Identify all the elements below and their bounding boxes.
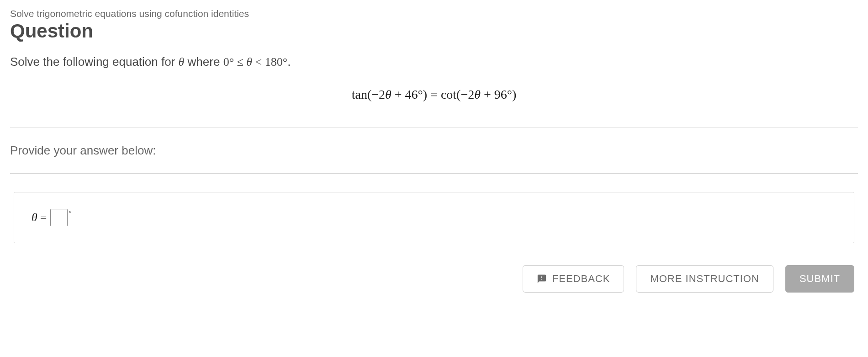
question-prompt: Solve the following equation for θ where… — [10, 55, 858, 69]
divider — [10, 173, 858, 174]
answer-var: θ — [32, 211, 37, 224]
question-heading: Question — [10, 20, 858, 42]
equation: tan(−2θ + 46°) = cot(−2θ + 96°) — [10, 87, 858, 102]
prompt-var2: θ — [246, 55, 252, 69]
eq-lhs-rest: + 46°) — [392, 87, 427, 101]
eq-lhs-var: θ — [385, 87, 392, 101]
answer-equals: = — [40, 211, 47, 224]
eq-lhs-open: (−2 — [367, 87, 385, 101]
prompt-range-b: 180° — [265, 55, 287, 69]
eq-equals: = — [427, 87, 441, 101]
answer-box: θ = ° — [14, 192, 854, 243]
eq-lhs-fn: tan — [352, 87, 367, 101]
answer-unit: ° — [69, 210, 71, 217]
eq-rhs-rest: + 96°) — [481, 87, 516, 101]
eq-rhs-fn: cot — [441, 87, 456, 101]
button-row: FEEDBACK MORE INSTRUCTION SUBMIT — [10, 265, 858, 293]
eq-rhs-var: θ — [474, 87, 481, 101]
prompt-rel2: < — [252, 55, 265, 69]
prompt-rel1: ≤ — [234, 55, 246, 69]
topic-label: Solve trigonometric equations using cofu… — [10, 8, 858, 19]
submit-label: SUBMIT — [799, 273, 840, 285]
prompt-tail: . — [287, 55, 291, 69]
provide-answer-label: Provide your answer below: — [10, 128, 858, 173]
feedback-label: FEEDBACK — [552, 273, 610, 285]
more-instruction-label: MORE INSTRUCTION — [650, 273, 759, 285]
feedback-icon — [537, 274, 547, 284]
more-instruction-button[interactable]: MORE INSTRUCTION — [636, 265, 773, 293]
answer-input[interactable] — [50, 209, 68, 226]
prompt-lead: Solve the following equation for — [10, 55, 179, 69]
feedback-button[interactable]: FEEDBACK — [523, 265, 625, 293]
submit-button[interactable]: SUBMIT — [785, 265, 854, 293]
answer-expression: θ = ° — [32, 209, 836, 226]
prompt-var: θ — [179, 55, 185, 69]
prompt-range-a: 0° — [223, 55, 234, 69]
prompt-mid: where — [184, 55, 223, 69]
eq-rhs-open: (−2 — [456, 87, 474, 101]
